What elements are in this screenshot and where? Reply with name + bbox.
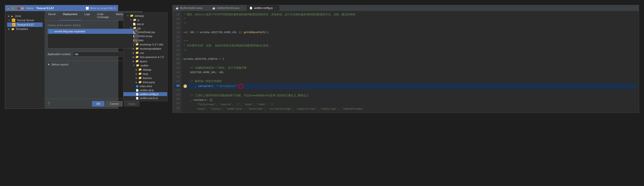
tab-deployment[interactable]: Deployment (59, 11, 81, 21)
code-line-24 (184, 35, 637, 39)
server-name: Tomcat 8.5.57 (36, 7, 54, 10)
tree-item-webapp[interactable]: ▼ 📁 webapp (124, 14, 167, 18)
sidebar-item-templates[interactable]: ▶ 📁 Templates (7, 27, 42, 31)
ln-33: 33 (174, 75, 180, 79)
tree-item-ueditorparsejs[interactable]: 📄 ueditor.parse.js (124, 96, 167, 100)
ln-32: 32 (174, 70, 180, 75)
ln-30: 30 (174, 61, 180, 66)
thirdparty-folder-icon: 📁 (138, 80, 142, 84)
editor-tab-ueditorservlet[interactable]: ☕ UeditorServlet.java × (209, 5, 246, 11)
ueditorservlet-tab-label: UeditorServlet.java (217, 7, 240, 9)
tree-item-ueditor[interactable]: ▼ 📁 ueditor (124, 63, 167, 67)
deploy-list-container: 🌐 servlet-blog:war exploded + − ✎ (48, 29, 134, 48)
tree-item-label-themes: themes (143, 76, 152, 79)
indexhtml-icon: 🔷 (136, 85, 139, 88)
ueditorconfig-tab-close[interactable]: × (275, 7, 276, 9)
fa-folder-icon: 📁 (136, 55, 139, 59)
tree-item-jquery[interactable]: ▶ 📁 jquery (124, 59, 167, 63)
tree-item-ueditoralljs[interactable]: 📄 ueditor.all.js (124, 88, 167, 92)
editor-tab-ueditorconfig[interactable]: 📄 ueditor.config.js × (246, 5, 280, 11)
footer-buttons: OK Cancel Apply (92, 101, 140, 107)
var-keyword: var (184, 30, 190, 35)
code-text-35b: "/sb/ueditor" (216, 84, 237, 88)
cancel-button[interactable]: Cancel (106, 101, 123, 107)
settings-icon[interactable]: ⚙ (21, 7, 24, 10)
tree-item-fontawesome[interactable]: ▶ 📁 font-awesome-4.7.0 (124, 55, 167, 59)
ln-37: 35 (174, 92, 180, 97)
deploy-item-0[interactable]: 🌐 servlet-blog:war exploded (48, 29, 133, 34)
before-launch-arrow: ▼ (48, 63, 50, 66)
myannotation-tab-label: MyAnnotation.java (180, 7, 202, 9)
myannotation-tab-close[interactable]: × (205, 7, 206, 9)
tree-item-themes[interactable]: ▶ 📁 themes (124, 76, 167, 80)
junit-icon: ▶ (11, 15, 13, 18)
tree-item-ueditorconfigjs[interactable]: 📄 ueditor.config.js (124, 92, 167, 96)
tree-item-label-ueditorconfigjs: ueditor.config.js (140, 93, 158, 96)
remove-deploy-button[interactable]: − (134, 34, 138, 38)
edit-deploy-button[interactable]: ✎ (134, 39, 138, 43)
css-folder-icon: 📁 (136, 51, 139, 54)
js-folder-icon: 📁 (133, 18, 136, 22)
webapp-expand-arrow: ▼ (127, 15, 129, 17)
tree-item-dialogs[interactable]: ▶ 📁 dialogs (124, 67, 167, 72)
themes-expand-arrow: ▶ (136, 77, 138, 79)
dialogs-folder-icon: 📁 (138, 68, 142, 71)
code-text-19: * 因此，UEditor提供了针对不同类型的服务器的插件配置型的路径综，具体来说… (184, 12, 355, 17)
webapp-folder-icon: 📁 (130, 14, 134, 17)
code-line-40: 'bold', 'italic', 'underline', 'fontorde… (184, 107, 637, 111)
ln-40: 38 (174, 106, 180, 110)
store-project-file-checkbox[interactable] (86, 7, 89, 10)
tree-item-indexhtml[interactable]: 🔷 index.html (124, 84, 167, 88)
bv-folder-icon: 📁 (136, 47, 139, 50)
tab-server[interactable]: Server (44, 11, 59, 21)
expand-arrow-tomcat: ▼ (8, 19, 10, 22)
ln-34: 34 (174, 79, 180, 83)
jquery-folder-icon: 📁 (136, 59, 139, 63)
tree-item-css[interactable]: ▶ 📁 css (124, 51, 167, 55)
sidebar-label-tomcat: Tomcat Server (17, 19, 34, 22)
help-icon[interactable]: ? (48, 102, 50, 106)
tab-code-coverage[interactable]: Code Coverage (94, 11, 112, 21)
ueditor-expand-arrow: ▼ (133, 64, 135, 67)
sidebar-label-tomcat-instance: Tomcat 8.5.57 (17, 23, 34, 26)
tree-item-label-thirdparty: third-party (143, 81, 155, 84)
tree-item-lang[interactable]: ▶ 📁 lang (124, 72, 167, 76)
code-line-20: * (184, 17, 637, 21)
maximize-icon[interactable]: □ (12, 7, 16, 10)
tree-item-label-webapp: webapp (134, 14, 144, 17)
tree-item-label-articlelist: articleList.jsp (137, 35, 152, 38)
tree-item-label-indexhtml: index.html (140, 85, 152, 88)
getue-func: getUEBasePath (244, 30, 265, 35)
sidebar-item-junit[interactable]: ▶ ▶ JUnit (7, 14, 42, 18)
ln-22: 22 (174, 26, 180, 30)
jquery-expand-arrow: ▶ (133, 60, 134, 62)
add-deploy-button[interactable]: + (134, 29, 138, 33)
sidebar-item-tomcat-server[interactable]: ▼ 🐱 Tomcat Server (7, 18, 42, 23)
tree-item-js[interactable]: ▼ 📁 js (124, 18, 167, 22)
editor-tab-myannotation[interactable]: ☕ MyAnnotation.java × (173, 5, 209, 11)
tree-item-thirdparty[interactable]: ▶ 📁 third-party (124, 80, 167, 84)
code-line-37: // 工具栏上按所有有的功能按钮和下拉框、可以在new前的命令约定例,把其自己重… (184, 93, 637, 98)
tab-logs[interactable]: Logs (81, 11, 94, 21)
bug-icon[interactable]: 🐞 (16, 7, 20, 10)
ueditorconfig-tab-label: ueditor.config.js (254, 7, 272, 9)
tree-item-appjs[interactable]: 📄 app.js (124, 22, 167, 26)
code-content[interactable]: * 因此，UEditor提供了针对不同类型的服务器的插件配置型的路径综，具体来说… (182, 11, 639, 113)
code-line-36 (184, 89, 637, 93)
tree-item-label-lang: lang (143, 72, 148, 75)
minimize-icon[interactable]: – (8, 7, 11, 10)
store-checkbox-index: 0 (114, 7, 116, 10)
code-text-27: */ (184, 48, 187, 52)
code-line-25: /** (184, 39, 637, 43)
code-text-34: // 服务端一浏览文件路径 (184, 79, 222, 83)
ok-button[interactable]: OK (92, 101, 104, 107)
apply-button[interactable]: Apply (124, 101, 140, 107)
ueditorservlet-tab-close[interactable]: × (242, 7, 243, 9)
store-project-file-label: Store as project file (90, 7, 113, 10)
sidebar-item-tomcat-instance[interactable]: 🐱 Tomcat 8.5.57 (7, 23, 42, 27)
ueditor-folder-icon: 📁 (136, 64, 140, 67)
sidebar-section: ▶ ▶ JUnit ▼ 🐱 Tomcat Server 🐱 Tomcat 8.5… (5, 13, 44, 32)
thirdparty-expand-arrow: ▶ (136, 81, 138, 83)
titlebar-left: – □ 🐞 ⚙ Name: Tomcat 8.5.57 (8, 7, 54, 10)
config-sidebar: ▶ ▶ JUnit ▼ 🐱 Tomcat Server 🐱 Tomcat 8.5… (5, 11, 44, 109)
